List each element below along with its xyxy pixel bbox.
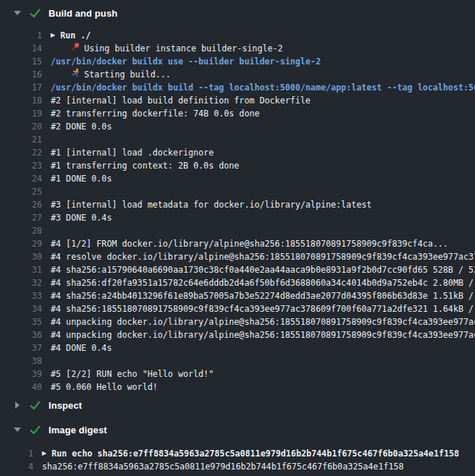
actions-log-viewer: Build and push 1▶Run ./14 Using builder …: [0, 0, 475, 476]
log-line[interactable]: 1▶Run echo sha256:e7ff8834a5963a2785c5a0…: [0, 447, 475, 460]
line-number[interactable]: 30: [0, 250, 42, 263]
line-number[interactable]: 18: [0, 94, 42, 107]
log-line[interactable]: 4sha256:e7ff8834a5963a2785c5a0811e979d16…: [0, 460, 475, 473]
line-text: #2 DONE 0.0s: [51, 120, 112, 133]
log-line[interactable]: 33#4 sha256:a24bb4013296f61e89ba57005a7b…: [0, 289, 475, 302]
line-number[interactable]: 39: [0, 367, 42, 381]
log-line[interactable]: 20#2 DONE 0.0s: [0, 120, 475, 133]
line-number[interactable]: 26: [0, 198, 42, 211]
section-header-image-digest[interactable]: Image digest: [0, 420, 475, 440]
line-text: #4 sha256:df20fa9351a15782c64e6dddb2d4a6…: [51, 276, 475, 289]
runner-icon: [51, 68, 80, 81]
section-header-build-and-push[interactable]: Build and push: [0, 3, 475, 23]
log-line[interactable]: 36#4 unpacking docker.io/library/alpine@…: [0, 328, 475, 341]
line-text: /usr/bin/docker buildx use --builder bui…: [51, 55, 321, 68]
line-text: #1 DONE 0.0s: [51, 172, 112, 185]
section-inspect: Inspect: [0, 395, 475, 415]
log-line[interactable]: 14 Using builder instance builder-single…: [0, 42, 475, 55]
line-number[interactable]: 37: [0, 341, 42, 354]
line-text: #4 unpacking docker.io/library/alpine@sh…: [51, 315, 475, 328]
log-line[interactable]: 1▶Run ./: [0, 29, 475, 42]
line-number[interactable]: 25: [0, 185, 42, 198]
line-number[interactable]: 31: [0, 263, 42, 276]
line-text: #3 [internal] load metadata for docker.i…: [51, 198, 371, 211]
line-text: #5 [2/2] RUN echo "Hello world!": [51, 367, 214, 381]
pushpin-icon: [51, 42, 80, 55]
log-line[interactable]: 35#4 unpacking docker.io/library/alpine@…: [0, 315, 475, 328]
log-line[interactable]: 27#3 DONE 0.4s: [0, 211, 475, 224]
chevron-right-icon[interactable]: [13, 401, 22, 409]
line-number[interactable]: 20: [0, 120, 42, 133]
log-line[interactable]: 39#5 [2/2] RUN echo "Hello world!": [0, 367, 475, 381]
section-title: Build and push: [49, 8, 117, 19]
line-number[interactable]: 29: [0, 237, 42, 250]
log-line[interactable]: 18#2 [internal] load build definition fr…: [0, 94, 475, 107]
section-title: Inspect: [49, 400, 82, 411]
log-line[interactable]: 16 Starting build...: [0, 68, 475, 81]
log-line[interactable]: 25: [0, 185, 475, 198]
line-number[interactable]: 21: [0, 133, 42, 146]
line-text: #4 unpacking docker.io/library/alpine@sh…: [51, 328, 475, 341]
log-line[interactable]: 17/usr/bin/docker buildx build --tag loc…: [0, 81, 475, 94]
line-text: #1 [internal] load .dockerignore: [51, 146, 214, 159]
line-number[interactable]: 27: [0, 211, 42, 224]
line-number[interactable]: 14: [0, 42, 42, 55]
line-number[interactable]: 36: [0, 328, 42, 341]
log-line[interactable]: 29#4 [1/2] FROM docker.io/library/alpine…: [0, 237, 475, 250]
line-number[interactable]: 32: [0, 276, 42, 289]
line-text: #4 [1/2] FROM docker.io/library/alpine@s…: [51, 237, 448, 250]
line-text: #2 transferring dockerfile: 74B 0.0s don…: [51, 107, 260, 120]
section-build-and-push: Build and push 1▶Run ./14 Using builder …: [0, 3, 475, 395]
line-text: Starting build...: [84, 68, 171, 81]
line-text: sha256:e7ff8834a5963a2785c5a0811e979d16b…: [42, 460, 404, 473]
log-line[interactable]: 34#4 sha256:185518070891758909c9f839cf4c…: [0, 302, 475, 315]
section-title: Image digest: [49, 425, 107, 435]
line-text: Run ./: [60, 29, 91, 42]
line-number[interactable]: 33: [0, 289, 42, 302]
line-number[interactable]: 4: [0, 460, 33, 473]
log-lines-build-and-push: 1▶Run ./14 Using builder instance builde…: [0, 23, 475, 395]
success-check-icon: [30, 425, 41, 435]
line-number[interactable]: 34: [0, 302, 42, 315]
log-line[interactable]: 24#1 DONE 0.0s: [0, 172, 475, 185]
line-number[interactable]: 19: [0, 107, 42, 120]
line-number[interactable]: 16: [0, 68, 42, 81]
line-number[interactable]: 38: [0, 354, 42, 367]
success-check-icon: [30, 9, 41, 18]
chevron-down-icon[interactable]: [13, 425, 22, 434]
expand-run-icon[interactable]: ▶: [42, 447, 46, 460]
line-text: Using builder instance builder-single-2: [84, 42, 282, 55]
line-number[interactable]: 23: [0, 159, 42, 172]
log-line[interactable]: 37#4 DONE 0.4s: [0, 341, 475, 354]
log-line[interactable]: 28: [0, 224, 475, 237]
log-line[interactable]: 19#2 transferring dockerfile: 74B 0.0s d…: [0, 107, 475, 120]
section-header-inspect[interactable]: Inspect: [0, 395, 475, 415]
log-line[interactable]: 32#4 sha256:df20fa9351a15782c64e6dddb2d4…: [0, 276, 475, 289]
line-number[interactable]: 24: [0, 172, 42, 185]
line-text: #4 sha256:a15790640a6690aa1730c38cf0a440…: [51, 263, 475, 276]
chevron-down-icon[interactable]: [13, 9, 22, 17]
log-line[interactable]: 15/usr/bin/docker buildx use --builder b…: [0, 55, 475, 68]
log-line[interactable]: 38: [0, 354, 475, 367]
log-line[interactable]: 22#1 [internal] load .dockerignore: [0, 146, 475, 159]
line-number[interactable]: 1: [0, 447, 33, 460]
line-text: Run echo sha256:e7ff8834a5963a2785c5a081…: [51, 447, 459, 460]
log-line[interactable]: 21: [0, 133, 475, 146]
line-number[interactable]: 15: [0, 55, 42, 68]
expand-run-icon[interactable]: ▶: [51, 29, 55, 42]
line-number[interactable]: 22: [0, 146, 42, 159]
line-number[interactable]: 28: [0, 224, 42, 237]
line-number[interactable]: 1: [0, 29, 42, 42]
success-check-icon: [30, 401, 41, 410]
log-line[interactable]: 40#5 0.060 Hello world!: [0, 381, 475, 394]
line-text: #3 DONE 0.4s: [51, 211, 112, 224]
log-line[interactable]: 26#3 [internal] load metadata for docker…: [0, 198, 475, 211]
log-line[interactable]: 23#1 transferring context: 2B 0.0s done: [0, 159, 475, 172]
line-number[interactable]: 17: [0, 81, 42, 94]
log-line[interactable]: 30#4 resolve docker.io/library/alpine@sh…: [0, 250, 475, 263]
line-text: #4 sha256:185518070891758909c9f839cf4ca3…: [51, 302, 475, 315]
line-number[interactable]: 40: [0, 381, 42, 394]
line-text: #4 DONE 0.4s: [51, 341, 112, 354]
line-number[interactable]: 35: [0, 315, 42, 328]
log-line[interactable]: 31#4 sha256:a15790640a6690aa1730c38cf0a4…: [0, 263, 475, 276]
